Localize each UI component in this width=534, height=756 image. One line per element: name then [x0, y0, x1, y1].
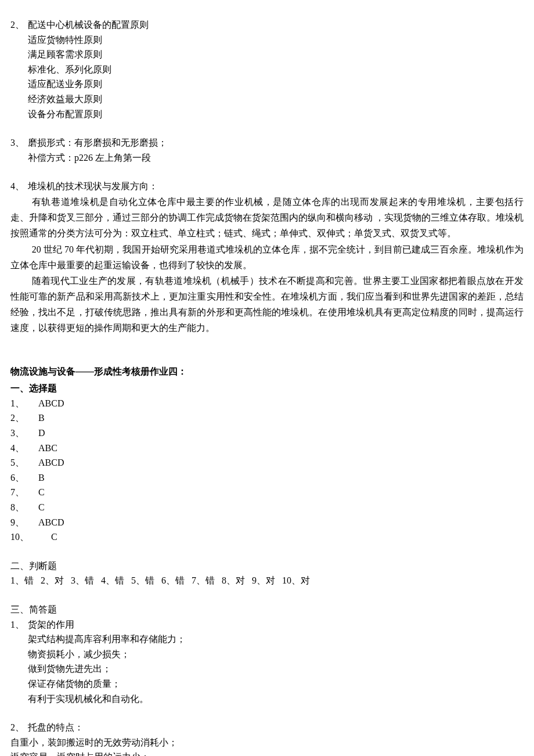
p3q2-item: 自重小，装卸搬运时的无效劳动消耗小；: [10, 735, 524, 750]
judge-ans: 4、错: [101, 573, 124, 588]
question-4: 4、 堆垛机的技术现状与发展方向： 有轨巷道堆垛机是自动化立体仓库中最主要的作业…: [10, 179, 524, 336]
judge-ans: 7、错: [192, 573, 215, 588]
question-3: 3、 磨损形式：有形磨损和无形磨损； 补偿方式：p226 左上角第一段: [10, 135, 524, 165]
part1-answers: 1、ABCD 2、B 3、D 4、ABC 5、ABCD 6、B 7、C 8、C …: [10, 396, 524, 545]
q2-item: 适应货物特性原则: [10, 33, 524, 48]
p3q1-item: 架式结构提高库容利用率和存储能力；: [10, 632, 524, 647]
p3q1-item: 物资损耗小，减少损失；: [10, 647, 524, 662]
part3-heading: 三、简答题: [10, 602, 524, 617]
judge-ans: 3、错: [71, 573, 94, 588]
judge-ans: 2、对: [41, 573, 64, 588]
ans-val: ABCD: [38, 396, 64, 411]
q4-title: 堆垛机的技术现状与发展方向：: [28, 179, 158, 194]
ans-num: 4、: [10, 441, 38, 456]
assignment-4-title: 物流设施与设备——形成性考核册作业四：: [10, 364, 524, 379]
p3q1-title: 货架的作用: [28, 617, 74, 632]
q2-title: 配送中心机械设备的配置原则: [28, 17, 149, 33]
judge-ans: 5、错: [131, 573, 154, 588]
q2-item: 适应配送业务原则: [10, 77, 524, 92]
ans-val: C: [38, 500, 45, 515]
q2-item: 标准化、系列化原则: [10, 62, 524, 77]
q2-item: 设备分布配置原则: [10, 107, 524, 122]
ans-val: ABCD: [38, 455, 64, 470]
q4-para2: 20 世纪 70 年代初期，我国开始研究采用巷道式堆垛机的立体仓库，据不完全统计…: [10, 242, 524, 273]
ans-val: C: [38, 485, 45, 500]
ans-num: 1、: [10, 396, 38, 411]
part2-answers: 1、错 2、对 3、错 4、错 5、错 6、错 7、错 8、对 9、对 10、对: [10, 573, 524, 588]
judge-ans: 10、对: [282, 573, 310, 588]
ans-num: 2、: [10, 411, 38, 426]
ans-val: D: [38, 426, 45, 441]
p3q2-item: 返空容易，返空时占用的运力少；: [10, 750, 524, 756]
q2-item: 满足顾客需求原则: [10, 47, 524, 62]
ans-val: B: [38, 470, 45, 485]
ans-num: 9、: [10, 515, 38, 530]
ans-val: C: [51, 530, 57, 545]
q3-line1: 磨损形式：有形磨损和无形磨损；: [28, 135, 167, 150]
p3q2-number: 2、: [10, 720, 28, 735]
judge-ans: 6、错: [161, 573, 185, 588]
q3-line2: 补偿方式：p226 左上角第一段: [10, 150, 524, 165]
judge-ans: 1、错: [10, 573, 34, 588]
q4-number: 4、: [10, 179, 28, 194]
assignment-4: 物流设施与设备——形成性考核册作业四： 一、选择题 1、ABCD 2、B 3、D…: [10, 364, 524, 756]
ans-num: 3、: [10, 426, 38, 441]
p3q1-item: 保证存储货物的质量；: [10, 676, 524, 692]
part1-heading: 一、选择题: [10, 381, 524, 396]
p3q1-number: 1、: [10, 617, 28, 632]
ans-num: 10、: [10, 530, 51, 545]
p3q1-item: 有利于实现机械化和自动化。: [10, 692, 524, 707]
p3q1-item: 做到货物先进先出；: [10, 661, 524, 676]
part2-heading: 二、判断题: [10, 559, 524, 574]
ans-val: ABCD: [38, 515, 64, 530]
q2-number: 2、: [10, 17, 28, 33]
q2-item: 经济效益最大原则: [10, 92, 524, 107]
part3-q1: 1、 货架的作用 架式结构提高库容利用率和存储能力； 物资损耗小，减少损失； 做…: [10, 617, 524, 707]
ans-val: ABC: [38, 441, 57, 456]
ans-num: 8、: [10, 500, 38, 515]
part3-q2: 2、 托盘的特点： 自重小，装卸搬运时的无效劳动消耗小； 返空容易，返空时占用的…: [10, 720, 524, 756]
ans-num: 7、: [10, 485, 38, 500]
p3q2-title: 托盘的特点：: [28, 720, 84, 735]
q3-number: 3、: [10, 135, 28, 150]
ans-num: 5、: [10, 455, 38, 470]
question-2: 2、 配送中心机械设备的配置原则 适应货物特性原则 满足顾客需求原则 标准化、系…: [10, 17, 524, 121]
q4-para3: 随着现代工业生产的发展，有轨巷道堆垛机（机械手）技术在不断提高和完善。世界主要工…: [10, 273, 524, 336]
judge-ans: 8、对: [222, 573, 245, 588]
q4-para1: 有轨巷道堆垛机是自动化立体仓库中最主要的作业机械，是随立体仓库的出现而发展起来的…: [10, 194, 524, 242]
ans-num: 6、: [10, 470, 38, 485]
judge-ans: 9、对: [252, 573, 275, 588]
ans-val: B: [38, 411, 45, 426]
